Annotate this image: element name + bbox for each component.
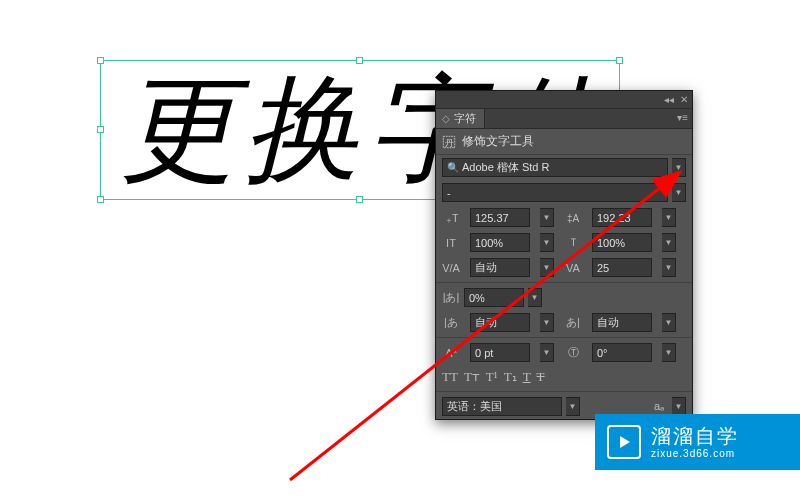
superscript-button[interactable]: T¹ [486, 369, 498, 385]
hscale-field[interactable] [592, 233, 652, 252]
aki-left-dropdown[interactable]: ▼ [540, 313, 554, 332]
vscale-field[interactable] [470, 233, 530, 252]
panel-header: ◂◂ ✕ [436, 91, 692, 109]
aki-row: |あ ▼ あ| ▼ [436, 310, 692, 335]
play-icon [607, 425, 641, 459]
strikethrough-button[interactable]: T [537, 369, 545, 385]
tracking-input[interactable] [597, 262, 647, 274]
panel-tabs: ◇ 字符 ▾≡ [436, 109, 692, 129]
leading-input[interactable] [597, 212, 647, 224]
svg-text:‡A: ‡A [567, 213, 580, 224]
baseline-shift-field[interactable] [470, 343, 530, 362]
text-style-buttons: TT Tᴛ T¹ T₁ T T [436, 365, 692, 389]
leading-field[interactable] [592, 208, 652, 227]
aki-left-field[interactable] [470, 313, 530, 332]
panel-close-icon[interactable]: ✕ [680, 94, 688, 105]
tsume-row: |あ| ▼ [436, 285, 692, 310]
vscale-dropdown[interactable]: ▼ [540, 233, 554, 252]
character-panel[interactable]: ◂◂ ✕ ◇ 字符 ▾≡ 丹 修饰文字工具 🔍 ▼ ▼ ₊T ▼ ‡A [435, 90, 693, 420]
antialias-icon: aₐ [650, 400, 668, 413]
panel-menu-icon[interactable]: ▾≡ [677, 112, 688, 123]
kerning-field[interactable] [470, 258, 530, 277]
rotation-dropdown[interactable]: ▼ [662, 343, 676, 362]
font-size-field[interactable] [470, 208, 530, 227]
size-leading-row: ₊T ▼ ‡A ▼ [436, 205, 692, 230]
watermark: 溜溜自学 zixue.3d66.com [595, 414, 800, 470]
svg-text:丹: 丹 [445, 137, 454, 147]
baseline-shift-dropdown[interactable]: ▼ [540, 343, 554, 362]
tracking-dropdown[interactable]: ▼ [662, 258, 676, 277]
search-icon: 🔍 [447, 162, 459, 173]
svg-text:₊T: ₊T [446, 212, 458, 224]
kerning-input[interactable] [475, 262, 525, 274]
tsume-icon: |あ| [442, 290, 460, 305]
kerning-dropdown[interactable]: ▼ [540, 258, 554, 277]
font-style-field[interactable] [442, 183, 668, 202]
hscale-icon: Ｔ [564, 235, 582, 250]
smallcaps-button[interactable]: Tᴛ [464, 369, 480, 385]
tsume-field[interactable] [464, 288, 524, 307]
leading-icon: ‡A [564, 211, 582, 225]
touch-type-icon: 丹 [442, 135, 456, 149]
font-size-dropdown[interactable]: ▼ [540, 208, 554, 227]
rotation-input[interactable] [597, 347, 647, 359]
language-dropdown[interactable]: ▼ [566, 397, 580, 416]
underline-button[interactable]: T [523, 369, 531, 385]
aki-right-icon: あ| [564, 315, 582, 330]
scale-row: IT ▼ Ｔ ▼ [436, 230, 692, 255]
tracking-icon: VA [564, 262, 582, 274]
divider-3 [436, 391, 692, 392]
rotation-icon: Ⓣ [564, 345, 582, 360]
baseline-shift-icon: Aª [442, 347, 460, 359]
vscale-icon: IT [442, 237, 460, 249]
font-size-icon: ₊T [442, 211, 460, 225]
touch-type-label: 修饰文字工具 [462, 133, 534, 150]
hscale-input[interactable] [597, 237, 647, 249]
font-family-row: 🔍 ▼ [436, 155, 692, 180]
rotation-field[interactable] [592, 343, 652, 362]
allcaps-button[interactable]: TT [442, 369, 458, 385]
svg-marker-6 [620, 436, 630, 448]
aki-right-field[interactable] [592, 313, 652, 332]
font-size-input[interactable] [475, 212, 525, 224]
tsume-dropdown[interactable]: ▼ [528, 288, 542, 307]
font-family-dropdown[interactable]: ▼ [672, 158, 686, 177]
subscript-button[interactable]: T₁ [504, 369, 517, 385]
aki-left-input[interactable] [475, 317, 525, 329]
watermark-line2: zixue.3d66.com [651, 448, 739, 460]
hscale-dropdown[interactable]: ▼ [662, 233, 676, 252]
baseline-shift-input[interactable] [475, 347, 525, 359]
kerning-tracking-row: V/A ▼ VA ▼ [436, 255, 692, 280]
vscale-input[interactable] [475, 237, 525, 249]
aki-right-dropdown[interactable]: ▼ [662, 313, 676, 332]
divider-2 [436, 337, 692, 338]
tab-character[interactable]: ◇ 字符 [436, 109, 485, 128]
font-family-input[interactable] [462, 162, 663, 174]
kerning-icon: V/A [442, 262, 460, 274]
watermark-line1: 溜溜自学 [651, 424, 739, 448]
baseline-rotation-row: Aª ▼ Ⓣ ▼ [436, 340, 692, 365]
font-style-input[interactable] [447, 187, 663, 199]
tab-label: 字符 [454, 111, 476, 126]
language-value: 英语：美国 [447, 399, 502, 414]
leading-dropdown[interactable]: ▼ [662, 208, 676, 227]
panel-collapse-icon[interactable]: ◂◂ [664, 94, 674, 105]
font-family-field[interactable]: 🔍 [442, 158, 668, 177]
aki-right-input[interactable] [597, 317, 647, 329]
font-style-dropdown[interactable]: ▼ [672, 183, 686, 202]
font-style-row: ▼ [436, 180, 692, 205]
tsume-input[interactable] [469, 292, 519, 304]
aki-left-icon: |あ [442, 315, 460, 330]
tab-handle-icon: ◇ [442, 113, 450, 124]
tracking-field[interactable] [592, 258, 652, 277]
language-field[interactable]: 英语：美国 [442, 397, 562, 416]
divider [436, 282, 692, 283]
touch-type-row: 丹 修饰文字工具 [436, 129, 692, 155]
